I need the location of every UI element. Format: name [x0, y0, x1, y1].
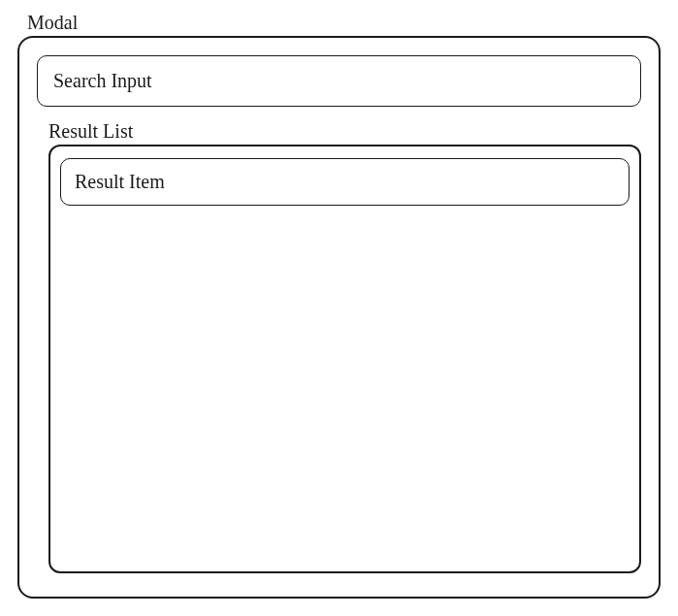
result-list-title-label: Result List: [48, 120, 647, 143]
result-item[interactable]: Result Item: [60, 158, 630, 206]
result-item-label: Result Item: [75, 171, 165, 192]
search-input-placeholder: Search Input: [53, 70, 152, 91]
result-list-container: Result Item: [48, 145, 641, 573]
search-input[interactable]: Search Input: [37, 55, 641, 107]
modal-title-label: Modal: [27, 12, 661, 34]
modal-container: Search Input Result List Result Item: [17, 36, 661, 599]
